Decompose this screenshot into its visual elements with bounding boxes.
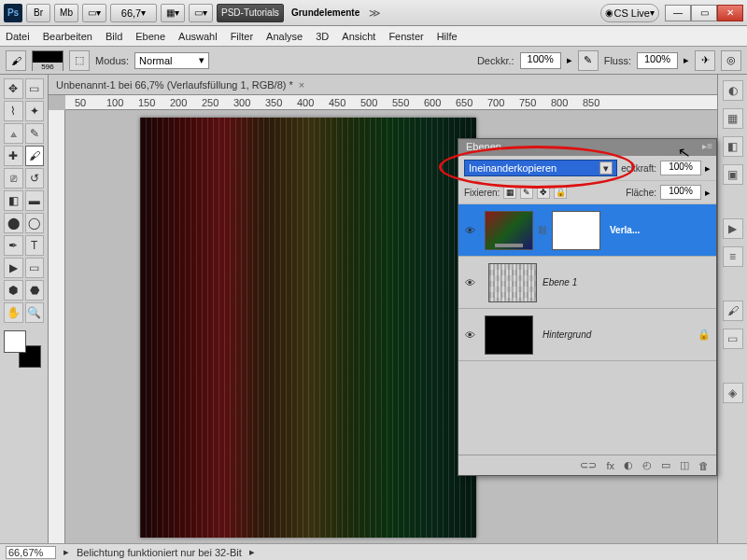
actions-panel-icon[interactable]: ▶ <box>723 218 743 239</box>
layer-fill-input[interactable]: 100% <box>660 185 701 200</box>
screen-mode-button[interactable]: ▭▾ <box>82 4 106 22</box>
blend-mode-dropdown[interactable]: Normal▾ <box>134 52 209 69</box>
gradient-tool[interactable]: ▬ <box>25 190 45 211</box>
adjustment-layer-icon[interactable]: ◴ <box>642 459 652 471</box>
menu-ebene[interactable]: Ebene <box>135 31 165 42</box>
visibility-toggle[interactable]: 👁 <box>458 277 481 288</box>
view-extras-button[interactable]: ▦▾ <box>161 4 185 22</box>
menu-hilfe[interactable]: Hilfe <box>437 31 458 42</box>
maximize-button[interactable]: ▭ <box>691 5 717 21</box>
visibility-toggle[interactable]: 👁 <box>458 225 481 236</box>
workspace-grundelemente[interactable]: Grundelemente <box>288 4 363 22</box>
menu-ansicht[interactable]: Ansicht <box>342 31 375 42</box>
tablet-opacity-icon[interactable]: ✎ <box>578 50 599 71</box>
adjustments-panel-icon[interactable]: ◧ <box>723 136 743 157</box>
opacity-input[interactable]: 100% <box>520 52 561 69</box>
pen-tool[interactable]: ✒ <box>4 235 23 256</box>
swatches-panel-icon[interactable]: ▦ <box>723 108 743 129</box>
layer-thumbnail[interactable] <box>485 211 533 250</box>
3d-camera-tool[interactable]: ⬣ <box>25 280 45 301</box>
opacity-flyout-icon[interactable]: ▸ <box>567 54 572 66</box>
layer-row[interactable]: 👁 Ebene 1 <box>458 257 716 309</box>
bridge-button[interactable]: Br <box>26 4 50 22</box>
lasso-tool[interactable]: ⌇ <box>4 101 23 121</box>
close-button[interactable]: ✕ <box>717 5 743 21</box>
flow-flyout-icon[interactable]: ▸ <box>684 54 689 66</box>
wand-tool[interactable]: ✦ <box>25 101 45 121</box>
lock-all-icon[interactable]: 🔒 <box>554 186 567 199</box>
menu-bearbeiten[interactable]: Bearbeiten <box>43 31 92 42</box>
workspace-more-icon[interactable]: ≫ <box>369 7 381 20</box>
layer-thumbnail[interactable] <box>485 315 533 355</box>
layer-name[interactable]: Hintergrund <box>537 329 698 340</box>
color-panel-icon[interactable]: ◐ <box>723 80 743 101</box>
menu-fenster[interactable]: Fenster <box>388 31 423 42</box>
brush-preset[interactable]: 596 <box>32 50 63 71</box>
workspace-psd-tutorials[interactable]: PSD-Tutorials <box>217 4 284 22</box>
arrange-docs-button[interactable]: ▭▾ <box>189 4 213 22</box>
link-layers-icon[interactable]: ⊂⊃ <box>580 459 597 471</box>
path-select-tool[interactable]: ▶ <box>4 258 23 278</box>
new-layer-icon[interactable]: ◫ <box>680 459 689 471</box>
type-tool[interactable]: T <box>25 235 45 256</box>
crop-tool[interactable]: ⟁ <box>4 123 23 144</box>
lock-pixels-icon[interactable]: ✎ <box>520 186 533 199</box>
history-brush-tool[interactable]: ↺ <box>25 168 45 189</box>
menu-filter[interactable]: Filter <box>231 31 253 42</box>
layer-row[interactable]: 👁 ⛓ Verla... <box>458 204 716 257</box>
blend-mode-dropdown[interactable]: Ineinanderkopieren▾ <box>464 160 617 176</box>
fill-slider-icon[interactable]: ▸ <box>705 187 711 199</box>
lock-transparency-icon[interactable]: ▦ <box>503 186 516 199</box>
mask-thumbnail[interactable] <box>552 211 600 250</box>
cs-live-button[interactable]: ◉ CS Live ▾ <box>600 4 659 22</box>
status-flyout-icon[interactable]: ▸ <box>63 546 69 558</box>
history-panel-icon[interactable]: ≡ <box>723 246 743 267</box>
opacity-slider-icon[interactable]: ▸ <box>705 162 711 175</box>
eyedropper-tool[interactable]: ✎ <box>25 123 45 144</box>
visibility-toggle[interactable]: 👁 <box>458 329 481 341</box>
group-icon[interactable]: ▭ <box>661 459 670 471</box>
eraser-tool[interactable]: ◧ <box>4 190 23 211</box>
brush-preset-panel-icon[interactable]: 🖌 <box>723 301 743 321</box>
menu-datei[interactable]: Datei <box>6 31 30 42</box>
menu-bild[interactable]: Bild <box>106 31 122 42</box>
lock-position-icon[interactable]: ✥ <box>537 186 550 199</box>
zoom-field[interactable]: 66,67% <box>6 546 56 559</box>
menu-auswahl[interactable]: Auswahl <box>178 31 218 42</box>
close-tab-icon[interactable]: × <box>299 79 304 91</box>
panel-menu-icon[interactable]: ▸≡ <box>702 141 712 151</box>
layer-row[interactable]: 👁 Hintergrund 🔒 <box>458 309 716 361</box>
minimize-button[interactable]: — <box>665 5 691 21</box>
zoom-level-dropdown[interactable]: 66,7 ▾ <box>110 4 157 22</box>
menu-3d[interactable]: 3D <box>316 31 329 42</box>
brush-panel-toggle[interactable]: ⬚ <box>69 50 90 71</box>
minibridge-button[interactable]: Mb <box>54 4 78 22</box>
hand-tool[interactable]: ✋ <box>4 302 23 323</box>
3d-tool[interactable]: ⬢ <box>4 280 23 301</box>
mask-link-icon[interactable]: ⛓ <box>537 225 548 235</box>
layer-name[interactable]: Ebene 1 <box>537 277 716 287</box>
canvas[interactable] <box>140 118 476 538</box>
tablet-size-icon[interactable]: ◎ <box>721 50 741 71</box>
status-more-icon[interactable]: ▸ <box>249 546 255 558</box>
flow-input[interactable]: 100% <box>637 52 678 69</box>
marquee-tool[interactable]: ▭ <box>25 78 45 99</box>
layers-panel-icon[interactable]: ◈ <box>723 383 743 403</box>
brush-tool[interactable]: 🖌 <box>25 146 45 166</box>
layer-name[interactable]: Verla... <box>604 225 716 235</box>
blur-tool[interactable]: ⬤ <box>4 213 23 233</box>
layer-mask-icon[interactable]: ◐ <box>624 459 633 471</box>
chevron-down-icon[interactable]: ▾ <box>599 161 613 175</box>
layer-fx-icon[interactable]: fx <box>606 460 614 471</box>
layer-opacity-input[interactable]: 100% <box>660 161 701 175</box>
zoom-tool[interactable]: 🔍 <box>25 302 45 323</box>
dodge-tool[interactable]: ◯ <box>25 213 45 233</box>
delete-layer-icon[interactable]: 🗑 <box>698 460 709 471</box>
document-tab[interactable]: Unbenannt-1 bei 66,7% (Verlaufsfüllung 1… <box>49 75 717 95</box>
clone-panel-icon[interactable]: ▭ <box>723 329 743 349</box>
heal-tool[interactable]: ✚ <box>4 146 23 166</box>
color-swatches[interactable] <box>4 330 41 368</box>
menu-analyse[interactable]: Analyse <box>266 31 303 42</box>
stamp-tool[interactable]: ⎚ <box>4 168 23 189</box>
move-tool[interactable]: ✥ <box>4 78 23 99</box>
